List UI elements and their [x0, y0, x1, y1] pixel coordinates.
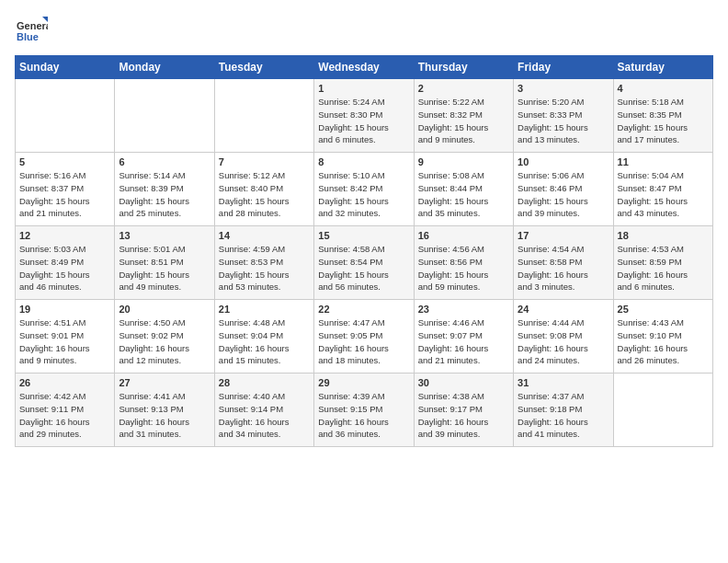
calendar-day-17: 17Sunrise: 4:54 AMSunset: 8:58 PMDayligh…	[514, 226, 613, 300]
day-info: Sunrise: 4:48 AMSunset: 9:04 PMDaylight:…	[219, 316, 310, 367]
header-sunday: Sunday	[16, 56, 115, 79]
day-info: Sunrise: 4:54 AMSunset: 8:58 PMDaylight:…	[518, 243, 609, 293]
calendar-day-22: 22Sunrise: 4:47 AMSunset: 9:05 PMDayligh…	[314, 300, 414, 373]
header-thursday: Thursday	[414, 56, 513, 79]
day-info: Sunrise: 5:04 AMSunset: 8:47 PMDaylight:…	[618, 169, 709, 220]
day-info: Sunrise: 4:53 AMSunset: 8:59 PMDaylight:…	[618, 243, 709, 293]
day-number: 4	[618, 83, 709, 94]
calendar-day-13: 13Sunrise: 5:01 AMSunset: 8:51 PMDayligh…	[115, 226, 214, 300]
day-info: Sunrise: 4:58 AMSunset: 8:54 PMDaylight:…	[318, 243, 409, 293]
calendar-day-11: 11Sunrise: 5:04 AMSunset: 8:47 PMDayligh…	[613, 153, 712, 226]
day-number: 16	[418, 230, 509, 241]
calendar-day-8: 8Sunrise: 5:10 AMSunset: 8:42 PMDaylight…	[314, 153, 414, 226]
day-number: 20	[119, 304, 210, 315]
calendar-day-20: 20Sunrise: 4:50 AMSunset: 9:02 PMDayligh…	[115, 300, 214, 373]
day-number: 26	[19, 377, 110, 388]
calendar-week-4: 19Sunrise: 4:51 AMSunset: 9:01 PMDayligh…	[16, 300, 713, 373]
day-info: Sunrise: 4:47 AMSunset: 9:05 PMDaylight:…	[318, 316, 409, 367]
calendar-day-18: 18Sunrise: 4:53 AMSunset: 8:59 PMDayligh…	[613, 226, 712, 300]
day-info: Sunrise: 4:50 AMSunset: 9:02 PMDaylight:…	[119, 316, 210, 367]
calendar-day-27: 27Sunrise: 4:41 AMSunset: 9:13 PMDayligh…	[115, 373, 214, 447]
header-tuesday: Tuesday	[214, 56, 313, 79]
day-info: Sunrise: 5:01 AMSunset: 8:51 PMDaylight:…	[119, 243, 210, 293]
day-info: Sunrise: 4:42 AMSunset: 9:11 PMDaylight:…	[19, 390, 110, 441]
calendar-table: SundayMondayTuesdayWednesdayThursdayFrid…	[15, 55, 713, 447]
calendar-day-3: 3Sunrise: 5:20 AMSunset: 8:33 PMDaylight…	[514, 79, 613, 153]
calendar-week-2: 5Sunrise: 5:16 AMSunset: 8:37 PMDaylight…	[16, 153, 713, 226]
calendar-day-23: 23Sunrise: 4:46 AMSunset: 9:07 PMDayligh…	[414, 300, 513, 373]
day-info: Sunrise: 4:46 AMSunset: 9:07 PMDaylight:…	[418, 316, 509, 367]
day-info: Sunrise: 4:44 AMSunset: 9:08 PMDaylight:…	[518, 316, 609, 367]
calendar-day-10: 10Sunrise: 5:06 AMSunset: 8:46 PMDayligh…	[514, 153, 613, 226]
day-info: Sunrise: 4:37 AMSunset: 9:18 PMDaylight:…	[518, 390, 609, 441]
day-info: Sunrise: 5:20 AMSunset: 8:33 PMDaylight:…	[518, 96, 609, 146]
day-number: 14	[219, 230, 310, 241]
calendar-week-3: 12Sunrise: 5:03 AMSunset: 8:49 PMDayligh…	[16, 226, 713, 300]
day-number: 29	[318, 377, 409, 388]
empty-cell	[613, 373, 712, 447]
day-info: Sunrise: 5:03 AMSunset: 8:49 PMDaylight:…	[19, 243, 110, 293]
day-info: Sunrise: 4:41 AMSunset: 9:13 PMDaylight:…	[119, 390, 210, 441]
day-number: 3	[518, 83, 609, 94]
day-number: 30	[418, 377, 509, 388]
day-info: Sunrise: 4:51 AMSunset: 9:01 PMDaylight:…	[19, 316, 110, 367]
day-number: 23	[418, 304, 509, 315]
calendar-day-16: 16Sunrise: 4:56 AMSunset: 8:56 PMDayligh…	[414, 226, 513, 300]
calendar-day-7: 7Sunrise: 5:12 AMSunset: 8:40 PMDaylight…	[214, 153, 313, 226]
day-number: 17	[518, 230, 609, 241]
calendar-day-15: 15Sunrise: 4:58 AMSunset: 8:54 PMDayligh…	[314, 226, 414, 300]
day-info: Sunrise: 5:24 AMSunset: 8:30 PMDaylight:…	[318, 96, 409, 146]
calendar-week-1: 1Sunrise: 5:24 AMSunset: 8:30 PMDaylight…	[16, 79, 713, 153]
calendar-header-row: SundayMondayTuesdayWednesdayThursdayFrid…	[16, 56, 713, 79]
day-info: Sunrise: 4:39 AMSunset: 9:15 PMDaylight:…	[318, 390, 409, 441]
day-number: 24	[518, 304, 609, 315]
svg-text:Blue: Blue	[17, 31, 39, 42]
day-number: 11	[618, 156, 709, 167]
day-number: 9	[418, 156, 509, 167]
day-number: 18	[618, 230, 709, 241]
day-info: Sunrise: 5:14 AMSunset: 8:39 PMDaylight:…	[119, 169, 210, 220]
day-info: Sunrise: 4:40 AMSunset: 9:14 PMDaylight:…	[219, 390, 310, 441]
header-friday: Friday	[514, 56, 613, 79]
day-number: 27	[119, 377, 210, 388]
header-wednesday: Wednesday	[314, 56, 414, 79]
calendar-day-5: 5Sunrise: 5:16 AMSunset: 8:37 PMDaylight…	[16, 153, 115, 226]
day-number: 19	[19, 304, 110, 315]
calendar-day-30: 30Sunrise: 4:38 AMSunset: 9:17 PMDayligh…	[414, 373, 513, 447]
day-number: 6	[119, 156, 210, 167]
calendar-day-24: 24Sunrise: 4:44 AMSunset: 9:08 PMDayligh…	[514, 300, 613, 373]
day-info: Sunrise: 5:12 AMSunset: 8:40 PMDaylight:…	[219, 169, 310, 220]
calendar-week-5: 26Sunrise: 4:42 AMSunset: 9:11 PMDayligh…	[16, 373, 713, 447]
day-info: Sunrise: 4:38 AMSunset: 9:17 PMDaylight:…	[418, 390, 509, 441]
day-number: 5	[19, 156, 110, 167]
svg-text:General: General	[17, 20, 48, 31]
day-info: Sunrise: 5:16 AMSunset: 8:37 PMDaylight:…	[19, 169, 110, 220]
day-info: Sunrise: 5:08 AMSunset: 8:44 PMDaylight:…	[418, 169, 509, 220]
header-saturday: Saturday	[613, 56, 712, 79]
day-number: 22	[318, 304, 409, 315]
day-number: 2	[418, 83, 509, 94]
day-info: Sunrise: 5:22 AMSunset: 8:32 PMDaylight:…	[418, 96, 509, 146]
day-number: 28	[219, 377, 310, 388]
calendar-day-4: 4Sunrise: 5:18 AMSunset: 8:35 PMDaylight…	[613, 79, 712, 153]
calendar-day-29: 29Sunrise: 4:39 AMSunset: 9:15 PMDayligh…	[314, 373, 414, 447]
day-info: Sunrise: 4:43 AMSunset: 9:10 PMDaylight:…	[618, 316, 709, 367]
calendar-day-2: 2Sunrise: 5:22 AMSunset: 8:32 PMDaylight…	[414, 79, 513, 153]
calendar-day-31: 31Sunrise: 4:37 AMSunset: 9:18 PMDayligh…	[514, 373, 613, 447]
day-info: Sunrise: 5:06 AMSunset: 8:46 PMDaylight:…	[518, 169, 609, 220]
day-info: Sunrise: 5:18 AMSunset: 8:35 PMDaylight:…	[618, 96, 709, 146]
empty-cell	[214, 79, 313, 153]
calendar-day-9: 9Sunrise: 5:08 AMSunset: 8:44 PMDaylight…	[414, 153, 513, 226]
day-number: 15	[318, 230, 409, 241]
calendar-day-25: 25Sunrise: 4:43 AMSunset: 9:10 PMDayligh…	[613, 300, 712, 373]
calendar-day-14: 14Sunrise: 4:59 AMSunset: 8:53 PMDayligh…	[214, 226, 313, 300]
day-number: 10	[518, 156, 609, 167]
day-number: 31	[518, 377, 609, 388]
calendar-day-26: 26Sunrise: 4:42 AMSunset: 9:11 PMDayligh…	[16, 373, 115, 447]
calendar-day-28: 28Sunrise: 4:40 AMSunset: 9:14 PMDayligh…	[214, 373, 313, 447]
calendar-day-6: 6Sunrise: 5:14 AMSunset: 8:39 PMDaylight…	[115, 153, 214, 226]
day-info: Sunrise: 4:59 AMSunset: 8:53 PMDaylight:…	[219, 243, 310, 293]
header-monday: Monday	[115, 56, 214, 79]
empty-cell	[115, 79, 214, 153]
day-number: 25	[618, 304, 709, 315]
